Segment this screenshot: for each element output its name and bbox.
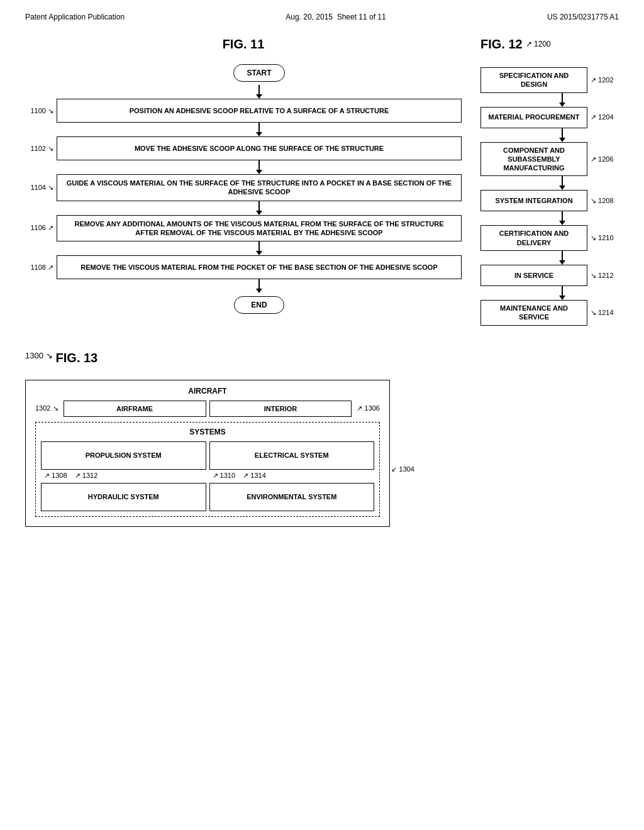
fig12-row-1212: IN SERVICE ↘ 1212 [480, 265, 619, 286]
fig12-step-1206: COMPONENT AND SUBASSEMBLY MANUFACTURING [480, 142, 587, 177]
systems-grid: PROPULSION SYSTEM ↗ 1308 ↗ 1312 HYDRAULI… [41, 441, 374, 511]
fig12-label-1214: ↘ 1214 [591, 309, 619, 317]
fig13-outer-box: AIRCRAFT 1302 ↘ AIRFRAME INTERIOR ↗ 1306 [25, 380, 390, 527]
airframe-interior-boxes: AIRFRAME INTERIOR [64, 401, 352, 417]
page-header: Patent Application Publication Aug. 20, … [25, 13, 619, 25]
flow-row-1102: 1102 ↘ MOVE THE ADHESIVE SCOOP ALONG THE… [25, 136, 462, 160]
arrow-line [258, 123, 260, 132]
arrow-head [256, 94, 262, 99]
fig12-row-1202: SPECIFICATION AND DESIGN ↗ 1202 [480, 67, 619, 93]
interior-box: INTERIOR [209, 401, 352, 417]
arrow-line [562, 176, 563, 185]
fig12-step-1204: MATERIAL PROCUREMENT [480, 107, 587, 128]
step-1102: MOVE THE ADHESIVE SCOOP ALONG THE SURFAC… [57, 136, 462, 160]
flow-row-1104: 1104 ↘ GUIDE A VISCOUS MATERIAL ON THE S… [25, 174, 462, 201]
arrow-head [559, 102, 565, 107]
propulsion-box: PROPULSION SYSTEM [41, 441, 206, 470]
start-oval-row: START [25, 64, 462, 82]
end-oval: END [234, 296, 284, 314]
arrow-head [256, 289, 262, 293]
fig12-step-1212: IN SERVICE [480, 265, 587, 286]
header-middle: Aug. 20, 2015 Sheet 11 of 11 [286, 13, 386, 21]
fig12-row-1208: SYSTEM INTEGRATION ↘ 1208 [480, 190, 619, 211]
environmental-box: ENVIRONMENTAL SYSTEM [209, 483, 375, 511]
fig12-step-1202: SPECIFICATION AND DESIGN [480, 67, 587, 93]
label-1104: 1104 ↘ [25, 184, 53, 192]
fig12-number: ↗ 1200 [526, 40, 551, 48]
systems-num-label: ↙ 1304 [391, 465, 414, 473]
start-oval: START [233, 64, 284, 82]
airframe-interior-section: 1302 ↘ AIRFRAME INTERIOR ↗ 1306 [35, 401, 380, 417]
fig12: FIG. 12 ↗ 1200 SPECIFICATION AND DESIGN … [480, 37, 619, 326]
end-oval-row: END [25, 296, 462, 314]
fig13-wrapper: AIRCRAFT 1302 ↘ AIRFRAME INTERIOR ↗ 1306 [25, 380, 619, 527]
arrow-line [258, 85, 260, 94]
arrow-3 [25, 201, 462, 215]
arrow-5 [25, 279, 462, 293]
arrow-head [256, 132, 262, 136]
arrow-0 [25, 85, 462, 99]
arrow-head [256, 251, 262, 255]
fig12-step-1208: SYSTEM INTEGRATION [480, 190, 587, 211]
arrow-head [559, 260, 565, 265]
page: Patent Application Publication Aug. 20, … [0, 0, 644, 830]
fig11: FIG. 11 START 1100 ↘ POSITION AN ADHESIV… [25, 37, 462, 326]
header-patent: US 2015/0231775 A1 [547, 13, 619, 21]
arrow-line [562, 211, 563, 221]
electrical-box: ELECTRICAL SYSTEM [209, 441, 375, 470]
systems-dashed-box: SYSTEMS PROPULSION SYSTEM ↗ 1308 ↗ 1312 … [35, 422, 380, 517]
arrow-line [258, 279, 260, 289]
propulsion-nums: ↗ 1308 ↗ 1312 [41, 472, 206, 480]
fig12-title: FIG. 12 [480, 37, 523, 52]
label-1102: 1102 ↘ [25, 145, 53, 153]
arrow-head [559, 221, 565, 225]
fig12-arrow-3 [480, 176, 591, 190]
arrow-4 [25, 241, 462, 255]
fig12-label-1212: ↘ 1212 [591, 272, 619, 280]
fig12-arrow-1 [480, 93, 591, 107]
flow-row-1106: 1106 ↗ REMOVE ANY ADDITIONAL AMOUNTS OF … [25, 215, 462, 242]
electrical-nums: ↗ 1310 ↗ 1314 [209, 472, 375, 480]
fig13-number: 1300 ↘ [25, 351, 53, 360]
airframe-box: AIRFRAME [64, 401, 206, 417]
hydraulic-box: HYDRAULIC SYSTEM [41, 483, 206, 511]
label-1108: 1108 ↗ [25, 263, 53, 272]
label-1100: 1100 ↘ [25, 107, 53, 115]
arrow-head [256, 170, 262, 174]
airframe-num: 1302 ↘ [35, 404, 58, 412]
arrow-head [256, 211, 262, 215]
interior-num: ↗ 1306 [357, 404, 380, 412]
step-1106: REMOVE ANY ADDITIONAL AMOUNTS OF THE VIS… [57, 215, 462, 242]
fig13: 1300 ↘ FIG. 13 AIRCRAFT 1302 ↘ AIRFRAME … [25, 351, 619, 527]
arrow-head [559, 138, 565, 142]
electrical-col: ELECTRICAL SYSTEM ↗ 1310 ↗ 1314 ENVIRONM… [209, 441, 375, 511]
flow-row-1108: 1108 ↗ REMOVE THE VISCOUS MATERIAL FROM … [25, 255, 462, 279]
fig12-row-1206: COMPONENT AND SUBASSEMBLY MANUFACTURING … [480, 142, 619, 177]
header-left: Patent Application Publication [25, 13, 125, 21]
arrow-2 [25, 160, 462, 174]
figures-top-row: FIG. 11 START 1100 ↘ POSITION AN ADHESIV… [25, 37, 619, 326]
systems-label: SYSTEMS [41, 428, 374, 436]
fig12-arrow-5 [480, 251, 591, 265]
fig11-flowchart: START 1100 ↘ POSITION AN ADHESIVE SCOOP … [25, 61, 462, 317]
arrow-head [559, 296, 565, 300]
arrow-line [562, 128, 563, 138]
fig12-label-1210: ↘ 1210 [591, 234, 619, 242]
fig11-title: FIG. 11 [25, 37, 462, 52]
arrow-line [258, 241, 260, 251]
fig12-label-1208: ↘ 1208 [591, 197, 619, 205]
fig12-step-1214: MAINTENANCE AND SERVICE [480, 300, 587, 326]
arrow-line [562, 286, 563, 296]
arrow-line [562, 251, 563, 260]
fig12-label-1202: ↗ 1202 [591, 76, 619, 84]
arrow-line [258, 160, 260, 170]
fig12-step-1210: CERTIFICATION AND DELIVERY [480, 225, 587, 251]
fig12-arrow-4 [480, 211, 591, 225]
arrow-head [559, 185, 565, 190]
step-1100: POSITION AN ADHESIVE SCOOP RELATIVE TO A… [57, 99, 462, 123]
systems-section: SYSTEMS PROPULSION SYSTEM ↗ 1308 ↗ 1312 … [35, 422, 380, 517]
fig12-row-1214: MAINTENANCE AND SERVICE ↘ 1214 [480, 300, 619, 326]
step-1104: GUIDE A VISCOUS MATERIAL ON THE SURFACE … [57, 174, 462, 201]
fig12-arrow-2 [480, 128, 591, 142]
fig12-row-1210: CERTIFICATION AND DELIVERY ↘ 1210 [480, 225, 619, 251]
